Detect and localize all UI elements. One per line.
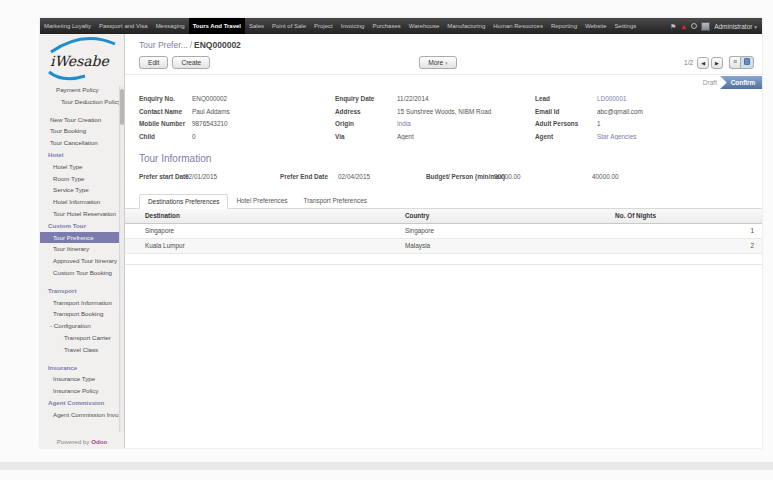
sidebar-section-insurance[interactable]: Insurance (40, 362, 124, 374)
sidebar-item-approved-tour-itinerary[interactable]: Approved Tour Itinerary (40, 255, 124, 267)
flag-icon[interactable]: ⚑ (670, 23, 676, 30)
sidebar-item-tour-cancellation[interactable]: Tour Cancellation (40, 137, 124, 149)
breadcrumb-separator: / (190, 40, 192, 50)
enquiry-date-label: Enquiry Date (335, 95, 397, 102)
nav-settings[interactable]: Settings (611, 18, 641, 34)
cell-country[interactable]: Singapore (399, 223, 609, 238)
sidebar-item-new-tour-creation[interactable]: New Tour Creation (40, 114, 124, 126)
next-record-button[interactable]: ▶ (711, 57, 723, 69)
sidebar-item-custom-tour-booking[interactable]: Custom Tour Booking (40, 267, 124, 279)
agent-label: Agent (535, 133, 597, 140)
edit-button[interactable]: Edit (139, 56, 168, 69)
nav-marketing-loyalty[interactable]: Marketing Loyalty (40, 18, 95, 34)
list-view-icon: ≡ (733, 58, 737, 65)
nav-tours-and-travel[interactable]: Tours And Travel (189, 18, 245, 34)
odoo-brand[interactable]: Odoo (91, 438, 107, 445)
sidebar-item-configuration[interactable]: - Configuration (40, 320, 124, 332)
alert-triangle-icon[interactable]: ▲ (680, 23, 687, 30)
lead-value[interactable]: LD000001 (597, 95, 762, 102)
app-logo[interactable]: iWesabe (40, 34, 124, 84)
cell-country[interactable]: Malaysia (399, 238, 609, 253)
nav-purchases[interactable]: Purchases (368, 18, 404, 34)
sidebar-section-custom-tour[interactable]: Custom Tour (40, 220, 124, 232)
scrollbar-thumb[interactable] (120, 89, 124, 125)
sheet-end-divider (125, 264, 762, 265)
sidebar-item-tour-prefrence[interactable]: Tour Prefrence (40, 232, 124, 244)
sidebar-section-transport[interactable]: Transport (40, 285, 124, 297)
tab-destinations-preferences[interactable]: Destinations Preferences (139, 194, 228, 209)
cell-nights[interactable]: 1 (609, 223, 762, 238)
sidebar-item-transport-information[interactable]: Transport Information (40, 297, 124, 309)
sidebar-item-hotel-information[interactable]: Hotel Information (40, 196, 124, 208)
sidebar: iWesabe Payment Policy Tour Deduction Po… (40, 34, 125, 448)
sidebar-item-tour-itinerary[interactable]: Tour Itinerary (40, 243, 124, 255)
tour-fields: Prefer start Date 02/01/2015 Prefer End … (139, 173, 762, 180)
powered-by: Powered by Odoo (40, 438, 124, 445)
sidebar-item-insurance-policy[interactable]: Insurance Policy (40, 385, 124, 397)
user-menu[interactable]: Administrator ▾ (714, 23, 757, 30)
sidebar-item-tour-hotel-reservation[interactable]: Tour Hotel Reservation (40, 208, 124, 220)
status-confirm-badge[interactable]: Confirm (720, 76, 762, 89)
sidebar-item-tour-booking[interactable]: Tour Booking (40, 125, 124, 137)
col-country[interactable]: Country (399, 209, 609, 224)
nav-project[interactable]: Project (310, 18, 337, 34)
tab-transport-preferences[interactable]: Transport Preferences (296, 194, 375, 209)
agent-value[interactable]: Star Agencies (597, 133, 762, 140)
nav-human-resources[interactable]: Human Resources (489, 18, 547, 34)
sidebar-item-insurance-type[interactable]: Insurance Type (40, 373, 124, 385)
sidebar-item-room-type[interactable]: Room Type (40, 173, 124, 185)
table-row[interactable]: Singapore Singapore 1 (125, 223, 762, 238)
statusbar: Draft Confirm (125, 76, 762, 89)
bottom-strip (0, 462, 773, 470)
sidebar-item-payment-policy[interactable]: Payment Policy (40, 84, 124, 96)
prefer-start-date-label: Prefer start Date (139, 173, 185, 180)
budget-max-value: 40000.00 (592, 173, 619, 180)
sidebar-item-travel-class[interactable]: Travel Class (40, 344, 124, 356)
sidebar-item-transport-carrier[interactable]: Transport Carrier (40, 332, 124, 344)
breadcrumb: Tour Prefer.../ENQ000002 (125, 34, 762, 53)
sidebar-item-tour-deduction-policy[interactable]: Tour Deduction Policy (40, 96, 124, 108)
status-draft[interactable]: Draft (703, 79, 717, 86)
list-view-button[interactable]: ≡ (729, 56, 740, 69)
col-destination[interactable]: Destination (125, 209, 399, 224)
breadcrumb-parent[interactable]: Tour Prefer... (139, 40, 188, 50)
nav-menus: Marketing Loyalty Passport and Visa Mess… (40, 18, 640, 34)
nav-point-of-sale[interactable]: Point of Sale (268, 18, 310, 34)
more-button[interactable]: More ▾ (419, 56, 457, 69)
sidebar-section-agent-commission[interactable]: Agent Commission (40, 397, 124, 409)
sidebar-section-hotel[interactable]: Hotel (40, 149, 124, 161)
col-no-of-nights[interactable]: No. Of Nights (609, 209, 762, 224)
nav-reporting[interactable]: Reporting (547, 18, 581, 34)
nav-invoicing[interactable]: Invoicing (337, 18, 369, 34)
sidebar-item-hotel-type[interactable]: Hotel Type (40, 161, 124, 173)
nav-manufacturing[interactable]: Manufacturing (443, 18, 489, 34)
prefer-end-date-label: Prefer End Date (280, 173, 338, 180)
table-row[interactable]: Kuala Lumpur Malaysia 2 (125, 238, 762, 253)
origin-value[interactable]: India (397, 120, 535, 127)
prev-record-button[interactable]: ◀ (697, 57, 709, 69)
form-view-button[interactable] (740, 56, 754, 69)
nav-passport-and-visa[interactable]: Passport and Visa (95, 18, 152, 34)
nav-warehouse[interactable]: Warehouse (405, 18, 443, 34)
contact-name-label: Contact Name (139, 108, 192, 115)
cell-destination[interactable]: Singapore (125, 223, 399, 238)
budget-person-label: Budget/ Person (min/max) (426, 173, 494, 180)
sidebar-item-transport-booking[interactable]: Transport Booking (40, 308, 124, 320)
create-button[interactable]: Create (172, 56, 210, 69)
nav-website[interactable]: Website (581, 18, 611, 34)
tab-hotel-preferences[interactable]: Hotel Preferences (228, 194, 295, 209)
topbar-right: ⚑ ▲ Administrator ▾ (670, 18, 762, 34)
sidebar-item-agent-commission-invoice[interactable]: Agent Commission Invo... (40, 409, 124, 421)
sidebar-item-service-type[interactable]: Service Type (40, 184, 124, 196)
nav-sales[interactable]: Sales (245, 18, 268, 34)
via-value: Agent (397, 133, 535, 140)
cell-destination[interactable]: Kuala Lumpur (125, 238, 399, 253)
sidebar-scrollbar[interactable] (119, 86, 124, 432)
logo-text: iWesabe (50, 53, 110, 69)
avatar[interactable] (701, 22, 710, 31)
clock-icon[interactable] (691, 23, 697, 29)
caret-down-icon: ▾ (445, 60, 448, 66)
nav-messaging[interactable]: Messaging (152, 18, 189, 34)
email-id-value: abc@gmail.com (597, 108, 762, 115)
cell-nights[interactable]: 2 (609, 238, 762, 253)
